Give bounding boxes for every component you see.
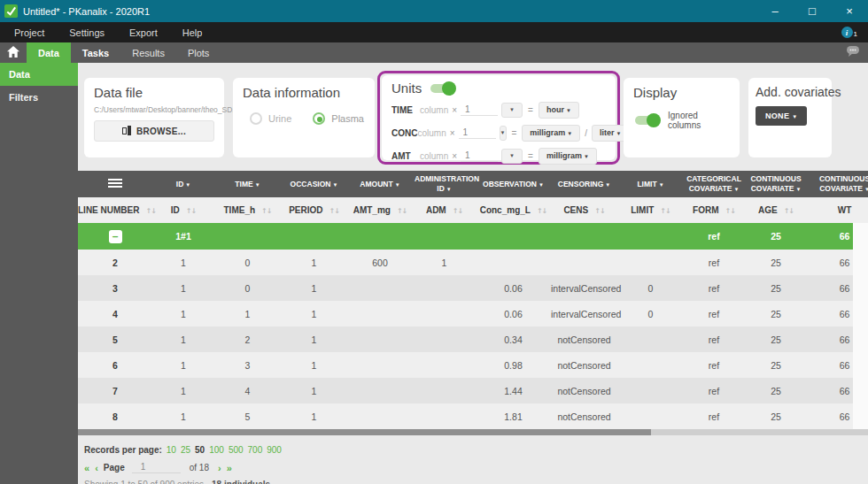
sort-arrows-icon[interactable]: ↑↓ bbox=[784, 207, 794, 215]
group-header-continuous-covariate[interactable]: CONTINUOUS COVARIATE▼ bbox=[808, 171, 868, 197]
chevron-down-icon: ▼ bbox=[659, 182, 664, 188]
column-header-time-h[interactable]: TIME_h↑↓ bbox=[214, 197, 281, 223]
column-header-limit[interactable]: LIMIT↑↓ bbox=[617, 197, 684, 223]
table-row[interactable]: 21016001ref2566 bbox=[78, 250, 868, 275]
menu-item-settings[interactable]: Settings bbox=[57, 27, 117, 38]
table-row[interactable]: 41110.06intervalCensored0ref2566 bbox=[78, 301, 868, 327]
unit-column-dropdown[interactable]: ▼ bbox=[501, 149, 523, 164]
sort-arrows-icon[interactable]: ↑↓ bbox=[725, 207, 735, 215]
column-header-id[interactable]: ID↑↓ bbox=[152, 197, 214, 223]
units-toggle[interactable] bbox=[430, 84, 454, 93]
column-header-wt[interactable]: WT bbox=[808, 197, 868, 223]
next-page-button[interactable]: › bbox=[218, 463, 221, 473]
app-logo-icon bbox=[4, 4, 18, 18]
cell-adm: 1 bbox=[413, 250, 476, 275]
minimize-icon[interactable]: – bbox=[756, 0, 794, 22]
unit-select-milligram[interactable]: milligram▼ bbox=[522, 125, 580, 142]
unit-factor-input[interactable] bbox=[461, 150, 498, 162]
cell-conc-mg-l bbox=[476, 250, 551, 275]
ignored-columns-toggle[interactable] bbox=[635, 116, 659, 125]
unit-factor-input[interactable] bbox=[461, 104, 498, 116]
table-row[interactable]: 51210.34notCensoredref2566 bbox=[78, 327, 868, 352]
column-header-form[interactable]: FORM↑↓ bbox=[684, 197, 744, 223]
unit-column-dropdown[interactable]: ▼ bbox=[500, 126, 507, 141]
sort-arrows-icon[interactable]: ↑↓ bbox=[329, 207, 338, 215]
column-header-period[interactable]: PERIOD↑↓ bbox=[281, 197, 347, 223]
records-option-10[interactable]: 10 bbox=[167, 445, 176, 455]
sort-arrows-icon[interactable]: ↑↓ bbox=[186, 207, 196, 215]
cell-age: 25 bbox=[744, 301, 808, 327]
sidebar-item-filters[interactable]: Filters bbox=[0, 86, 78, 109]
table-row[interactable]: 71411.44notCensoredref2566 bbox=[78, 378, 868, 403]
unit-column-dropdown[interactable]: ▼ bbox=[501, 103, 523, 118]
records-option-50[interactable]: 50 bbox=[195, 445, 205, 455]
prev-page-button[interactable]: ‹ bbox=[95, 463, 98, 473]
tab-results[interactable]: Results bbox=[120, 42, 176, 63]
records-option-100[interactable]: 100 bbox=[209, 445, 224, 455]
close-icon[interactable]: × bbox=[831, 0, 868, 22]
tab-data[interactable]: Data bbox=[27, 42, 71, 63]
table-row[interactable]: 61310.98notCensoredref2566 bbox=[78, 352, 868, 378]
table-menu-cell[interactable] bbox=[78, 171, 152, 197]
horizontal-scrollbar-thumb[interactable] bbox=[78, 429, 651, 435]
unit-select-milligram[interactable]: milligram▼ bbox=[539, 148, 597, 165]
maximize-icon[interactable]: □ bbox=[794, 0, 831, 22]
sort-arrows-icon[interactable]: ↑↓ bbox=[261, 207, 271, 215]
column-header-adm[interactable]: ADM↑↓ bbox=[413, 197, 476, 223]
group-header-censoring[interactable]: CENSORING▼ bbox=[551, 171, 617, 197]
main-content: Data file C:/Users/mtwar/Desktop/banner/… bbox=[78, 63, 868, 484]
vertical-scrollbar-track[interactable] bbox=[853, 223, 868, 429]
group-header-categorical-covariate[interactable]: CATEGORICAL COVARIATE▼ bbox=[684, 171, 744, 197]
unit-select-hour[interactable]: hour▼ bbox=[539, 102, 579, 119]
group-header-observation[interactable]: OBSERVATION▼ bbox=[476, 171, 551, 197]
records-option-900[interactable]: 900 bbox=[267, 445, 282, 455]
menu-item-project[interactable]: Project bbox=[2, 27, 57, 38]
group-header-administration-id[interactable]: ADMINISTRATION ID▼ bbox=[413, 171, 476, 197]
sort-arrows-icon[interactable]: ↑↓ bbox=[537, 207, 546, 215]
column-header-line-number[interactable]: LINE NUMBER↑↓ bbox=[78, 197, 152, 223]
unit-factor-input[interactable] bbox=[459, 127, 496, 139]
page-input[interactable] bbox=[132, 462, 181, 473]
tab-plots[interactable]: Plots bbox=[176, 42, 221, 63]
table-menu-icon[interactable] bbox=[108, 178, 122, 188]
horizontal-scrollbar[interactable] bbox=[78, 429, 868, 435]
radio-label: Urine bbox=[268, 113, 291, 124]
menu-item-export[interactable]: Export bbox=[117, 27, 170, 38]
column-header-age[interactable]: AGE↑↓ bbox=[744, 197, 808, 223]
table-row[interactable]: 31010.06intervalCensored0ref2566 bbox=[78, 275, 868, 301]
tab-tasks[interactable]: Tasks bbox=[71, 42, 120, 63]
sort-arrows-icon[interactable]: ↑↓ bbox=[145, 207, 155, 215]
radio-option-urine[interactable]: Urine bbox=[250, 112, 291, 125]
home-tab[interactable] bbox=[0, 42, 27, 63]
feedback-chat-icon[interactable] bbox=[846, 46, 860, 59]
group-header-time[interactable]: TIME▼ bbox=[214, 171, 281, 197]
cell-form: ref bbox=[684, 327, 744, 352]
group-header-amount[interactable]: AMOUNT▼ bbox=[347, 171, 413, 197]
cell-amt-mg: 600 bbox=[347, 250, 413, 275]
sort-arrows-icon[interactable]: ↑↓ bbox=[594, 207, 604, 215]
radio-option-plasma[interactable]: Plasma bbox=[313, 112, 364, 125]
sort-arrows-icon[interactable]: ↑↓ bbox=[397, 207, 407, 215]
records-option-25[interactable]: 25 bbox=[181, 445, 190, 455]
collapse-group-button[interactable]: – bbox=[109, 230, 122, 243]
sort-arrows-icon[interactable]: ↑↓ bbox=[660, 207, 670, 215]
info-icon[interactable]: i bbox=[841, 27, 853, 38]
column-header-amt-mg[interactable]: AMT_mg↑↓ bbox=[347, 197, 413, 223]
records-option-700[interactable]: 700 bbox=[248, 445, 263, 455]
group-header-continuous-covariate[interactable]: CONTINUOUS COVARIATE▼ bbox=[744, 171, 808, 197]
table-row[interactable]: 81511.81notCensoredref2566 bbox=[78, 403, 868, 429]
column-header-cens[interactable]: CENS↑↓ bbox=[551, 197, 617, 223]
records-option-500[interactable]: 500 bbox=[229, 445, 244, 455]
first-page-button[interactable]: « bbox=[84, 463, 89, 473]
column-header-conc-mg-l[interactable]: Conc_mg_L↑↓ bbox=[476, 197, 551, 223]
browse-button[interactable]: BROWSE... bbox=[94, 120, 214, 142]
cell-conc-mg-l: 0.06 bbox=[476, 275, 551, 301]
sort-arrows-icon[interactable]: ↑↓ bbox=[453, 207, 462, 215]
group-header-limit[interactable]: LIMIT▼ bbox=[617, 171, 684, 197]
group-header-occasion[interactable]: OCCASION▼ bbox=[281, 171, 347, 197]
menu-item-help[interactable]: Help bbox=[170, 27, 215, 38]
covariates-none-button[interactable]: NONE▼ bbox=[756, 106, 807, 126]
last-page-button[interactable]: » bbox=[227, 463, 232, 473]
sidebar-item-data[interactable]: Data bbox=[0, 63, 78, 86]
group-header-id[interactable]: ID▼ bbox=[152, 171, 214, 197]
